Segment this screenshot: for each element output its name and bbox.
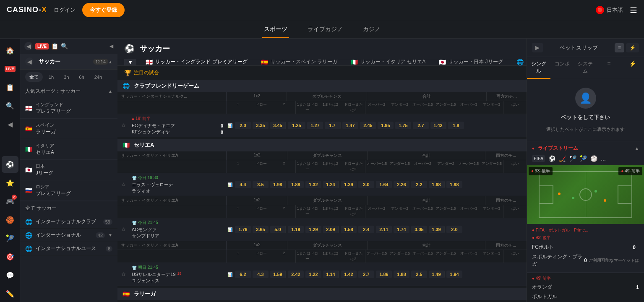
tab-combo[interactable]: コンボ bbox=[550, 57, 574, 79]
tab-system[interactable]: システム bbox=[574, 57, 597, 79]
odds-1-under25[interactable]: 1.75 bbox=[395, 122, 411, 129]
odds-v-yes[interactable]: 1.98 bbox=[446, 181, 462, 188]
register-button[interactable]: 今すぐ登録 bbox=[82, 3, 125, 17]
odds-s-draw[interactable]: 4.3 bbox=[253, 271, 269, 278]
sidebar-edit-icon[interactable]: ✏️ bbox=[2, 285, 18, 302]
time-24h[interactable]: 24h bbox=[90, 72, 106, 82]
sidebar-back-button[interactable]: ◀ bbox=[24, 42, 33, 50]
odds-s-over25a[interactable]: 1.42 bbox=[341, 271, 357, 278]
odds-m-1or2[interactable]: 1.29 bbox=[305, 226, 321, 233]
odds-v-draw[interactable]: 3.5 bbox=[253, 181, 269, 188]
odds-1-2[interactable]: 3.45 bbox=[270, 122, 286, 129]
sport-russia-premier[interactable]: 🇷🇺 ロシア プレミアリーグ bbox=[20, 180, 117, 201]
odds-m-drawor2[interactable]: 2.09 bbox=[323, 226, 339, 233]
sidebar-docs-icon[interactable]: 📋 bbox=[51, 43, 58, 49]
odds-1-1or2[interactable]: 1.27 bbox=[307, 122, 323, 129]
sidebar-home-icon[interactable]: 🏠 bbox=[2, 42, 18, 59]
bet-slip-arrow-btn[interactable]: ▶ bbox=[532, 43, 543, 52]
odds-v-1[interactable]: 4.4 bbox=[235, 181, 251, 188]
odds-v-under25[interactable]: 1.68 bbox=[429, 181, 445, 188]
nav-live-casino[interactable]: ライブカジノ bbox=[306, 21, 344, 38]
odds-s-under25a[interactable]: 2.7 bbox=[358, 271, 374, 278]
time-all[interactable]: 全て bbox=[25, 72, 43, 82]
odds-m-2[interactable]: 5.0 bbox=[270, 226, 286, 233]
fifa-stream-icon[interactable]: FIFA bbox=[532, 155, 545, 162]
tab-extra1[interactable]: ≡ bbox=[597, 57, 621, 79]
league-international[interactable]: 🌐 インターナショナル 42 ▼ bbox=[20, 229, 117, 242]
league-expand-icon[interactable]: ▼ bbox=[108, 233, 112, 237]
sidebar-dart-icon[interactable]: 🎯 bbox=[2, 248, 18, 265]
volleyball-stream-icon[interactable]: 🏐 bbox=[590, 155, 597, 162]
star-btn-monza[interactable]: ☆ bbox=[117, 225, 129, 234]
odds-m-1[interactable]: 1.76 bbox=[235, 226, 251, 233]
odds-v-1draw[interactable]: 1.88 bbox=[288, 181, 304, 188]
odds-v-over15[interactable]: 1.39 bbox=[341, 181, 357, 188]
nav-sports[interactable]: スポーツ bbox=[262, 21, 289, 38]
tab-japan-jleague[interactable]: 🇯🇵 サッカー・日本 Jリーグ bbox=[433, 59, 508, 66]
odds-m-under2[interactable]: 2.4 bbox=[358, 226, 374, 233]
odds-1-1[interactable]: 2.0 bbox=[235, 122, 251, 129]
odds-s-2[interactable]: 1.59 bbox=[270, 271, 286, 278]
sidebar-coupon-icon[interactable]: 📋 bbox=[2, 79, 18, 96]
tab-single[interactable]: シングル bbox=[527, 57, 550, 79]
odds-s-1or2[interactable]: 1.22 bbox=[305, 271, 321, 278]
odds-s-under3[interactable]: 1.49 bbox=[429, 271, 445, 278]
tennis-stream-icon[interactable]: 🎾 bbox=[580, 155, 587, 162]
odds-v-1or2[interactable]: 1.32 bbox=[305, 181, 321, 188]
odds-s-drawor2[interactable]: 1.14 bbox=[323, 271, 339, 278]
hockey-stream-icon[interactable]: 🏒 bbox=[559, 155, 566, 162]
time-1h[interactable]: 1h bbox=[44, 72, 58, 82]
star-btn-verona[interactable]: ☆ bbox=[117, 180, 129, 189]
tab-england-premier[interactable]: 🏴󠁧󠁢󠁥󠁮󠁧󠁿 サッカー・イングランド プレミアリーグ bbox=[140, 59, 253, 66]
sidebar-live-icon[interactable]: LIVE bbox=[2, 60, 18, 77]
odds-1-under2[interactable]: 2.45 bbox=[360, 122, 376, 129]
odds-1-over2[interactable]: 1.47 bbox=[342, 122, 358, 129]
sidebar-tennis-icon[interactable]: 🎾 bbox=[2, 230, 18, 247]
odds-s-over25b[interactable]: 1.86 bbox=[376, 271, 392, 278]
odds-m-over2[interactable]: 1.58 bbox=[341, 226, 357, 233]
odds-s-under25b[interactable]: 1.88 bbox=[394, 271, 409, 278]
tab-europa-conference[interactable]: 🌐 サッカー・インターナショナルクラブ UEFA Europa Conferen… bbox=[511, 59, 527, 66]
chart-btn-monza[interactable]: 📊 bbox=[226, 227, 234, 232]
tab-italy-serie[interactable]: 🇮🇹 サッカー・イタリア セリエA bbox=[345, 59, 431, 66]
sport-japan-jleague[interactable]: 🇯🇵 日本 Jリーグ bbox=[20, 160, 117, 180]
hamburger-menu[interactable]: ☰ bbox=[630, 5, 637, 15]
odds-m-under25[interactable]: 1.74 bbox=[394, 226, 409, 233]
odds-m-over3[interactable]: 3.05 bbox=[411, 226, 427, 233]
odds-s-1[interactable]: 6.2 bbox=[235, 271, 251, 278]
sidebar-chat-icon[interactable]: 💬 bbox=[2, 267, 18, 284]
live-badge[interactable]: LIVE bbox=[35, 43, 49, 49]
sport-italy-serie[interactable]: 🇮🇹 イタリア セリエA bbox=[20, 139, 117, 160]
chart-btn-sal[interactable]: 📊 bbox=[226, 272, 234, 277]
odds-1-draw[interactable]: 3.35 bbox=[253, 122, 269, 129]
sidebar-game-icon[interactable]: 🎮 0 bbox=[2, 193, 18, 210]
sidebar-search-icon[interactable]: 🔍 bbox=[2, 97, 18, 114]
star-btn-sal[interactable]: ☆ bbox=[117, 270, 129, 279]
league-international-club[interactable]: 🌐 インターナショナルクラブ 59 bbox=[20, 215, 117, 229]
odds-m-over25[interactable]: 2.11 bbox=[376, 226, 392, 233]
tab-extra2[interactable]: ⚡ bbox=[621, 57, 644, 79]
chart-btn-verona[interactable]: 📊 bbox=[226, 182, 234, 188]
language-selector[interactable]: 🔴 日本語 bbox=[596, 6, 623, 14]
more-stream-icon[interactable]: ... bbox=[601, 155, 606, 162]
time-6h[interactable]: 6h bbox=[75, 72, 89, 82]
odds-v-drawor2[interactable]: 1.24 bbox=[323, 181, 339, 188]
odds-v-under2[interactable]: 2.26 bbox=[394, 181, 409, 188]
odds-m-1draw[interactable]: 1.19 bbox=[288, 226, 304, 233]
odds-1-drawor2[interactable]: 1.7 bbox=[325, 122, 341, 129]
league-international-youth[interactable]: 🌐 インターナショナルユース 6 bbox=[20, 242, 117, 255]
odds-1-1draw[interactable]: 1.25 bbox=[288, 122, 305, 129]
odds-s-yes[interactable]: 1.94 bbox=[446, 271, 462, 278]
chart-btn-1[interactable]: 📊 bbox=[226, 122, 234, 129]
odds-m-draw[interactable]: 3.65 bbox=[253, 226, 269, 233]
odds-s-over3[interactable]: 2.5 bbox=[411, 271, 427, 278]
odds-v-2[interactable]: 1.98 bbox=[270, 181, 286, 188]
sidebar-collapse-icon[interactable]: ◀ bbox=[2, 116, 18, 133]
tab-dropdown-btn[interactable]: ▼ bbox=[124, 59, 136, 66]
sidebar-basketball-icon[interactable]: 🏀 bbox=[2, 211, 18, 228]
tab-spain-laliga[interactable]: 🇪🇸 サッカー・スペイン ラリーガ bbox=[255, 59, 343, 66]
odds-1-over3[interactable]: 2.7 bbox=[413, 122, 429, 129]
bet-slip-list-icon[interactable]: ≡ bbox=[615, 43, 624, 52]
soccer-section-header[interactable]: ◀ サッカー 1214 ▲ bbox=[20, 54, 117, 70]
odds-v-over2[interactable]: 1.64 bbox=[376, 181, 392, 188]
